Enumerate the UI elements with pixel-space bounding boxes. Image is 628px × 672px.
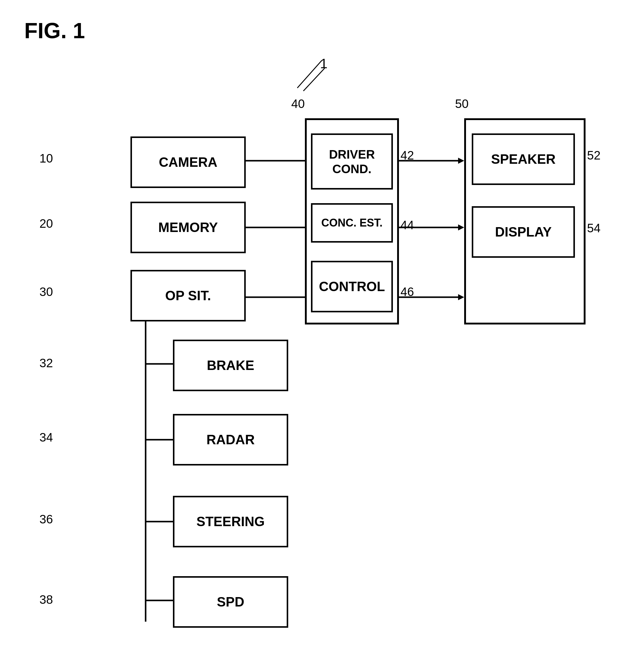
control-box: CONTROL xyxy=(311,261,393,312)
svg-line-0 xyxy=(297,61,322,88)
brake-box: BRAKE xyxy=(173,340,288,391)
output-ref: 50 xyxy=(455,97,469,111)
svg-marker-13 xyxy=(458,158,464,164)
spd-ref: 38 xyxy=(40,593,53,606)
steering-box: STEERING xyxy=(173,496,288,547)
speaker-box: SPEAKER xyxy=(472,134,575,185)
system-arrow-svg xyxy=(0,0,628,672)
op-sit-box: OP SIT. xyxy=(131,270,246,321)
diagram: FIG. 1 xyxy=(0,0,628,672)
camera-box: CAMERA xyxy=(131,137,246,188)
svg-marker-17 xyxy=(458,294,464,300)
spd-box: SPD xyxy=(173,576,288,628)
memory-box: MEMORY xyxy=(131,202,246,253)
figure-title: FIG. 1 xyxy=(24,18,85,43)
processor-ref: 40 xyxy=(291,97,305,111)
control-ref: 46 xyxy=(400,285,414,299)
radar-box: RADAR xyxy=(173,414,288,465)
svg-line-18 xyxy=(303,68,325,91)
svg-marker-15 xyxy=(458,224,464,231)
steering-ref: 36 xyxy=(40,512,53,526)
driver-cond-box: DRIVER COND. xyxy=(311,134,393,190)
speaker-ref: 52 xyxy=(587,149,601,162)
system-ref: 1 xyxy=(320,56,327,71)
driver-cond-ref: 42 xyxy=(400,149,414,162)
brake-ref: 32 xyxy=(40,356,53,370)
display-ref: 54 xyxy=(587,221,601,235)
memory-ref: 20 xyxy=(40,217,53,231)
display-box: DISPLAY xyxy=(472,206,575,258)
op-sit-ref: 30 xyxy=(40,285,53,299)
conc-est-box: CONC. EST. xyxy=(311,203,393,243)
camera-ref: 10 xyxy=(40,152,53,165)
radar-ref: 34 xyxy=(40,431,53,444)
connectors-svg xyxy=(0,0,628,672)
conc-est-ref: 44 xyxy=(400,218,414,232)
